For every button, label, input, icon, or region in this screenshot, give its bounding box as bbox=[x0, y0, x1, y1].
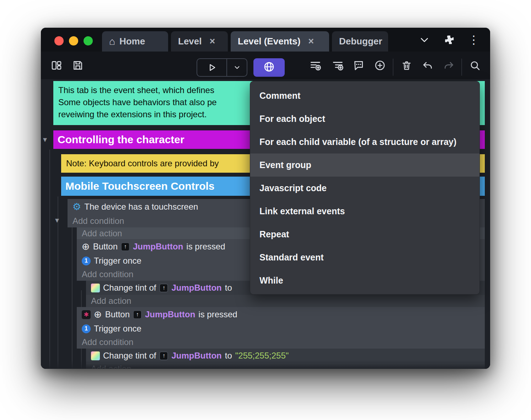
indent-guide bbox=[72, 227, 73, 369]
play-button[interactable] bbox=[197, 59, 227, 76]
condition-text: The device has a touchscreen bbox=[84, 202, 198, 212]
tab-label: Home bbox=[119, 36, 145, 47]
object-name: JumpButton bbox=[133, 242, 183, 252]
collapse-arrow-icon[interactable]: ▾ bbox=[43, 135, 47, 144]
menu-item-standard-event[interactable]: Standard event bbox=[250, 246, 479, 269]
trigger-once-icon: 1 bbox=[82, 257, 91, 265]
button-object-icon: ⊕ bbox=[94, 310, 102, 319]
menu-item-comment[interactable]: Comment bbox=[250, 84, 479, 107]
redo-icon[interactable] bbox=[439, 55, 459, 75]
indent-guide bbox=[49, 150, 50, 369]
zoom-window-button[interactable] bbox=[84, 36, 93, 45]
action-text: to bbox=[225, 351, 232, 361]
addons-puzzle-icon[interactable] bbox=[443, 34, 455, 45]
gear-icon: ⚙ bbox=[73, 202, 81, 212]
condition-text: Trigger once bbox=[94, 256, 141, 266]
more-menu-icon[interactable]: ⋮ bbox=[468, 34, 479, 45]
layout-panels-icon[interactable] bbox=[47, 55, 66, 75]
add-condition-link[interactable]: Add condition bbox=[77, 335, 485, 349]
jumpbutton-icon: ↑ bbox=[121, 242, 130, 251]
app-window: ⌂ Home Level × Level (Events) × Debugger bbox=[41, 28, 490, 369]
menu-item-link-external-events[interactable]: Link external events bbox=[250, 200, 479, 223]
tint-image-icon bbox=[91, 351, 100, 360]
group-title: Mobile Touchscreen Controls bbox=[65, 180, 215, 192]
toolbar bbox=[41, 52, 490, 79]
note-text: Note: Keyboard controls are provided by bbox=[66, 158, 219, 168]
window-controls bbox=[54, 36, 93, 45]
undo-icon[interactable] bbox=[418, 55, 438, 75]
group-title: Controlling the character bbox=[58, 134, 184, 146]
tab-level-events[interactable]: Level (Events) × bbox=[231, 31, 329, 52]
jumpbutton-icon: ↑ bbox=[159, 351, 168, 360]
menu-item-for-each-child-variable[interactable]: For each child variable (of a structure … bbox=[250, 130, 479, 154]
condition-text: Button bbox=[105, 309, 130, 319]
screenshot-stage: ⌂ Home Level × Level (Events) × Debugger bbox=[0, 0, 531, 420]
add-event-globe-button[interactable] bbox=[253, 58, 285, 77]
object-name: JumpButton bbox=[171, 283, 221, 293]
condition-trigger-once[interactable]: 1 Trigger once bbox=[77, 322, 485, 335]
condition-jumpbutton-pressed[interactable]: ✱ ⊕ Button ↑ JumpButton is pressed bbox=[77, 307, 485, 322]
jumpbutton-icon: ↑ bbox=[159, 284, 168, 292]
close-tab-icon[interactable]: × bbox=[210, 36, 215, 47]
minimize-window-button[interactable] bbox=[69, 36, 78, 45]
touch-plugin-icon: ✱ bbox=[82, 310, 91, 319]
collapse-arrow-icon[interactable]: ▾ bbox=[55, 216, 59, 225]
comment-bubble-icon[interactable] bbox=[349, 55, 369, 75]
tab-level[interactable]: Level × bbox=[171, 31, 228, 52]
add-event-icon[interactable] bbox=[306, 55, 326, 75]
plus-circle-icon[interactable] bbox=[370, 55, 390, 75]
play-dropdown-button[interactable] bbox=[227, 59, 247, 76]
action-text: to bbox=[225, 283, 232, 293]
close-tab-icon[interactable]: × bbox=[308, 36, 314, 47]
trigger-once-icon: 1 bbox=[82, 324, 91, 333]
add-subevent-icon[interactable] bbox=[328, 55, 348, 75]
toolbar-separator bbox=[393, 59, 393, 76]
search-icon[interactable] bbox=[465, 55, 485, 75]
tab-label: Debugger bbox=[339, 36, 382, 47]
close-window-button[interactable] bbox=[54, 36, 64, 45]
globe-icon bbox=[263, 61, 275, 74]
menu-item-javascript-code[interactable]: Javascript code bbox=[250, 177, 479, 200]
menu-item-repeat[interactable]: Repeat bbox=[250, 223, 479, 246]
add-event-context-menu: Comment For each object For each child v… bbox=[250, 81, 480, 295]
toolbar-separator bbox=[461, 59, 462, 76]
jumpbutton-icon: ↑ bbox=[133, 310, 142, 319]
object-name: JumpButton bbox=[145, 309, 195, 319]
menu-item-event-group[interactable]: Event group bbox=[250, 154, 479, 177]
tab-label: Level bbox=[178, 36, 202, 47]
chevron-down-icon[interactable] bbox=[419, 34, 430, 45]
condition-text: is pressed bbox=[198, 309, 237, 319]
condition-text: is pressed bbox=[186, 242, 225, 252]
condition-text: Button bbox=[93, 242, 118, 252]
action-change-tint[interactable]: Change tint of ↑ JumpButton to "255;255;… bbox=[86, 349, 485, 363]
add-action-link[interactable]: Add action bbox=[86, 295, 485, 307]
action-text: Change tint of bbox=[103, 283, 156, 293]
action-value: "255;255;255" bbox=[235, 351, 289, 361]
tab-label: Level (Events) bbox=[238, 36, 300, 47]
delete-trash-icon[interactable] bbox=[397, 55, 417, 75]
preview-split-button bbox=[197, 58, 247, 77]
menu-item-while[interactable]: While bbox=[250, 269, 479, 292]
home-icon: ⌂ bbox=[109, 36, 115, 47]
menu-item-for-each-object[interactable]: For each object bbox=[250, 107, 479, 130]
button-object-icon: ⊕ bbox=[82, 242, 90, 252]
condition-text: Trigger once bbox=[94, 324, 141, 334]
object-name: JumpButton bbox=[171, 351, 221, 361]
action-text: Change tint of bbox=[103, 351, 156, 361]
add-action-link[interactable]: Add action bbox=[86, 363, 485, 369]
tabbar-actions: ⋮ bbox=[419, 28, 490, 52]
tab-bar: ⌂ Home Level × Level (Events) × Debugger bbox=[41, 28, 490, 52]
tint-image-icon bbox=[91, 284, 100, 292]
tab-debugger[interactable]: Debugger bbox=[332, 31, 388, 52]
save-icon[interactable] bbox=[68, 55, 88, 75]
tab-home[interactable]: ⌂ Home bbox=[102, 31, 168, 52]
